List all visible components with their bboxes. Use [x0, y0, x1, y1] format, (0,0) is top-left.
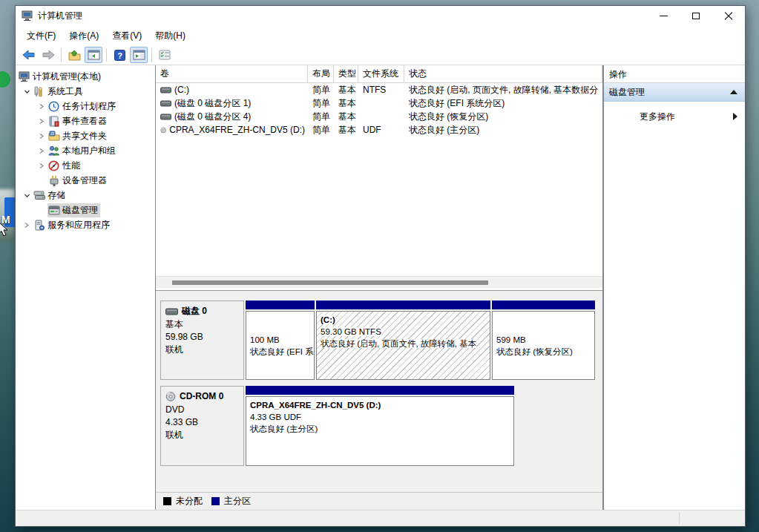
table-cell[interactable]: 状态良好 (恢复分区) [404, 110, 602, 123]
column-header-layout[interactable]: 布局 [308, 65, 334, 83]
actions-section-disk-management[interactable]: 磁盘管理 [604, 83, 745, 102]
tree-item-computer-management[interactable]: 计算机管理(本地) [16, 69, 155, 84]
menu-file[interactable]: 文件(F) [20, 27, 62, 45]
unallocated-color-swatch [163, 497, 171, 505]
tree-item-device-manager[interactable]: 设备管理器 [16, 173, 155, 188]
tree-item-disk-management[interactable]: 磁盘管理 [16, 203, 155, 217]
chevron-down-icon[interactable] [21, 85, 33, 97]
column-header-filesystem[interactable]: 文件系统 [358, 65, 404, 83]
tree-item-system-tools[interactable]: 系统工具 [16, 84, 155, 99]
tree-item-shared-folders[interactable]: 23 共享文件夹 [16, 128, 155, 143]
table-cell[interactable]: 简单 [308, 123, 334, 137]
close-button[interactable] [712, 6, 745, 26]
tree-item-local-users-groups[interactable]: 本地用户和组 [16, 143, 155, 158]
disk-management-main: 卷 布局 类型 文件系统 状态 (C:) 简单 基本 NTFS 状态良好 (启动… [156, 65, 603, 510]
chevron-right-icon[interactable] [36, 160, 47, 171]
cdrom-0-info[interactable]: CD-ROM 0 DVD 4.33 GB 联机 [160, 386, 244, 466]
show-action-pane-icon [133, 50, 145, 60]
storage-icon [33, 189, 45, 201]
menu-help[interactable]: 帮助(H) [148, 27, 192, 45]
table-cell[interactable]: 基本 [334, 110, 358, 123]
table-row-volume[interactable]: (磁盘 0 磁盘分区 1) [156, 96, 308, 110]
disk-icon [165, 308, 178, 315]
disk-status: 联机 [165, 344, 239, 356]
volume-table: 卷 布局 类型 文件系统 状态 (C:) 简单 基本 NTFS 状态良好 (启动… [156, 65, 602, 137]
table-row-volume[interactable]: (磁盘 0 磁盘分区 4) [156, 110, 308, 123]
column-header-type[interactable]: 类型 [334, 65, 358, 83]
partition-recovery[interactable]: 599 MB 状态良好 (恢复分区) [492, 301, 595, 380]
legend-label: 主分区 [224, 495, 251, 508]
table-cell[interactable]: 状态良好 (启动, 页面文件, 故障转储, 基本数据分 [404, 83, 602, 96]
horizontal-scrollbar[interactable] [156, 276, 602, 288]
disk-0-info[interactable]: 磁盘 0 基本 59.98 GB 联机 [160, 301, 244, 380]
column-header-status[interactable]: 状态 [404, 65, 602, 83]
partition-color-bar [316, 301, 490, 309]
show-console-tree-icon [88, 50, 100, 60]
back-button[interactable] [20, 47, 38, 63]
menu-bar: 文件(F) 操作(A) 查看(V) 帮助(H) [16, 26, 745, 45]
tree-item-task-scheduler[interactable]: 任务计划程序 [16, 99, 155, 114]
partition-c[interactable]: (C:) 59.30 GB NTFS 状态良好 (启动, 页面文件, 故障转储,… [316, 301, 490, 380]
table-cell[interactable]: 简单 [308, 83, 334, 96]
help-button[interactable]: ? [111, 47, 128, 63]
computer-management-window: 计算机管理 文件(F) 操作(A) 查看(V) 帮助(H) ? [15, 5, 746, 527]
cd-icon [160, 125, 166, 135]
table-row-volume[interactable]: (C:) [156, 83, 308, 96]
forward-button[interactable] [39, 47, 57, 63]
svg-text:23: 23 [50, 132, 54, 136]
partition-color-bar [492, 301, 595, 309]
chevron-right-icon[interactable] [21, 219, 33, 231]
title-bar[interactable]: 计算机管理 [16, 6, 745, 26]
table-cell[interactable]: NTFS [358, 83, 404, 96]
disk-graphical-view: 磁盘 0 基本 59.98 GB 联机 100 MB 状态良好 (EFI 系 [156, 290, 602, 510]
table-cell[interactable]: 基本 [334, 96, 358, 110]
scrollbar-thumb[interactable] [172, 280, 488, 285]
minimize-button[interactable] [647, 6, 680, 26]
desktop-icon-green[interactable] [0, 71, 10, 88]
volume-list: 卷 布局 类型 文件系统 状态 (C:) 简单 基本 NTFS 状态良好 (启动… [156, 65, 602, 290]
table-cell[interactable]: 状态良好 (主分区) [404, 123, 602, 137]
disk-size: 59.98 GB [165, 331, 239, 344]
table-row-volume[interactable]: CPRA_X64FRE_ZH-CN_DV5 (D:) [156, 123, 308, 137]
more-actions-item[interactable]: 更多操作 [604, 108, 745, 125]
toolbar-separator [151, 48, 152, 62]
chevron-right-icon[interactable] [36, 130, 47, 142]
tree-item-event-viewer[interactable]: ! 事件查看器 [16, 114, 155, 128]
show-console-tree-button[interactable] [85, 47, 102, 63]
volume-icon [160, 99, 171, 108]
partition-d[interactable]: CPRA_X64FRE_ZH-CN_DV5 (D:) 4.33 GB UDF 状… [246, 386, 514, 466]
chevron-down-icon[interactable] [21, 189, 33, 201]
tree-item-performance[interactable]: 性能 [16, 158, 155, 173]
table-cell[interactable]: 基本 [334, 123, 358, 137]
chevron-right-icon[interactable] [36, 100, 47, 112]
column-header-volume[interactable]: 卷 [156, 65, 308, 83]
table-cell[interactable]: UDF [358, 123, 404, 137]
volume-icon [160, 113, 171, 121]
actions-panel-title: 操作 [604, 65, 745, 83]
show-action-pane-button[interactable] [130, 47, 148, 63]
table-cell[interactable] [358, 96, 404, 110]
properties-icon [159, 50, 171, 60]
table-cell[interactable] [358, 110, 404, 123]
computer-icon [18, 70, 30, 82]
collapse-icon[interactable] [730, 90, 737, 94]
properties-button[interactable] [156, 47, 174, 63]
chevron-right-icon[interactable] [36, 115, 47, 127]
partition-efi[interactable]: 100 MB 状态良好 (EFI 系 [246, 301, 315, 380]
svg-text:!: ! [56, 122, 56, 126]
menu-view[interactable]: 查看(V) [105, 27, 148, 45]
toolbar: ? [16, 45, 745, 65]
tree-item-storage[interactable]: 存储 [16, 188, 155, 203]
table-cell[interactable]: 基本 [334, 83, 358, 96]
tree-item-services-applications[interactable]: 服务和应用程序 [16, 217, 155, 232]
table-cell[interactable]: 状态良好 (EFI 系统分区) [404, 96, 602, 110]
menu-action[interactable]: 操作(A) [62, 27, 105, 45]
partition-color-bar [246, 301, 315, 309]
chevron-right-icon[interactable] [36, 145, 47, 157]
export-list-icon [68, 50, 81, 61]
table-cell[interactable]: 简单 [308, 110, 334, 123]
export-list-button[interactable] [65, 47, 83, 63]
maximize-button[interactable] [680, 6, 712, 26]
table-cell[interactable]: 简单 [308, 96, 334, 110]
chevron-placeholder [36, 174, 47, 186]
